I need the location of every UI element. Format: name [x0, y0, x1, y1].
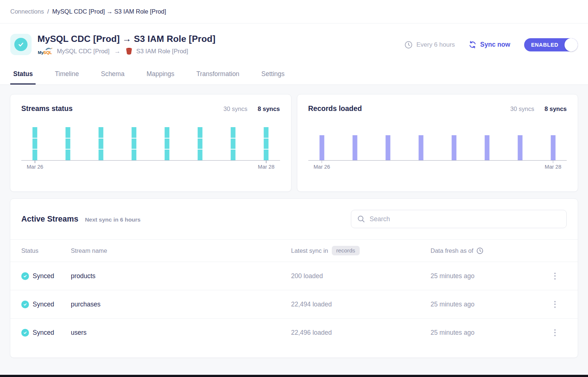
active-streams-card: Active Streams Next sync in 6 hours Stat… [10, 198, 578, 358]
clock-icon [476, 247, 483, 254]
filter-30-syncs[interactable]: 30 syncs [224, 105, 247, 112]
connection-status-page: Connections / MySQL CDC [Prod] → S3 IAM … [0, 0, 588, 377]
axis-tick-label: Mar 26 [27, 164, 43, 170]
sync-bar[interactable] [484, 135, 489, 160]
sync-bar[interactable] [132, 127, 137, 160]
next-sync-label: Next sync in 6 hours [85, 216, 141, 223]
axis-tick [35, 160, 36, 163]
filter-30-syncs[interactable]: 30 syncs [510, 105, 534, 112]
col-status: Status [21, 247, 71, 254]
sync-bar[interactable] [99, 127, 104, 160]
streams-status-chart: Mar 26Mar 28 [21, 122, 280, 161]
stream-records-loaded: 200 loaded [291, 272, 431, 280]
page-top-section: Connections / MySQL CDC [Prod] → S3 IAM … [0, 0, 588, 85]
streams-table-body: Synced products 200 loaded 25 minutes ag… [10, 262, 578, 347]
connection-identity: MySQL CDC [Prod] → S3 IAM Role [Prod] My… [10, 34, 215, 55]
stream-row[interactable]: Synced products 200 loaded 25 minutes ag… [10, 262, 578, 290]
streams-table-header: Status Stream name Latest sync in record… [10, 239, 578, 262]
tab-timeline[interactable]: Timeline [52, 67, 81, 85]
check-circle-icon [14, 38, 28, 51]
enabled-toggle-label: ENABLED [531, 42, 558, 48]
tab-status[interactable]: Status [10, 67, 36, 85]
schedule-label: Every 6 hours [416, 41, 455, 49]
active-streams-title: Active Streams [21, 215, 78, 224]
synced-check-icon [21, 272, 29, 280]
streams-table: Status Stream name Latest sync in record… [10, 239, 578, 347]
connection-titles: MySQL CDC [Prod] → S3 IAM Role [Prod] My… [37, 34, 215, 55]
sync-bar[interactable] [352, 135, 357, 160]
breadcrumb-current: MySQL CDC [Prod] → S3 IAM Role [Prod] [52, 8, 166, 15]
streams-status-title: Streams status [21, 104, 73, 113]
sync-bar[interactable] [198, 127, 203, 160]
col-data-fresh: Data fresh as of [431, 247, 473, 254]
connection-controls: Every 6 hours Sync now ENABLED [404, 38, 578, 51]
sync-bar[interactable] [33, 127, 37, 160]
filter-8-syncs[interactable]: 8 syncs [544, 105, 567, 112]
col-latest-sync: Latest sync in [291, 247, 328, 254]
search-icon [357, 215, 365, 223]
stream-status: Synced [33, 272, 54, 280]
stream-row[interactable]: Synced users 22,496 loaded 25 minutes ag… [10, 318, 578, 347]
sync-bar[interactable] [264, 127, 269, 160]
sync-bar[interactable] [551, 135, 555, 160]
search-input[interactable] [370, 215, 560, 223]
stream-status: Synced [33, 329, 54, 337]
axis-tick [266, 160, 266, 163]
sync-now-button[interactable]: Sync now [469, 41, 510, 49]
sync-bar[interactable] [518, 135, 522, 160]
sync-bar[interactable] [231, 127, 236, 160]
filter-8-syncs[interactable]: 8 syncs [258, 105, 280, 112]
sync-bar[interactable] [66, 127, 70, 160]
tab-schema[interactable]: Schema [98, 67, 127, 85]
row-menu-button[interactable] [550, 270, 560, 282]
tab-settings[interactable]: Settings [258, 67, 287, 85]
streams-status-card: Streams status 30 syncs 8 syncs Mar 26Ma… [10, 94, 291, 192]
stream-records-loaded: 22,496 loaded [291, 329, 431, 337]
records-loaded-title: Records loaded [308, 104, 362, 113]
stream-records-loaded: 22,494 loaded [291, 301, 431, 308]
axis-tick [322, 160, 322, 163]
enabled-toggle[interactable]: ENABLED [524, 38, 578, 51]
s3-bucket-icon [125, 47, 133, 55]
tab-mappings[interactable]: Mappings [144, 67, 177, 85]
row-menu-button[interactable] [550, 326, 560, 339]
svg-text:SQL: SQL [43, 50, 52, 55]
sync-bar[interactable] [319, 135, 324, 160]
records-loaded-card: Records loaded 30 syncs 8 syncs Mar 26Ma… [297, 94, 578, 192]
row-menu-button[interactable] [550, 298, 560, 310]
sync-now-label: Sync now [480, 41, 510, 49]
sync-schedule: Every 6 hours [404, 41, 455, 49]
sync-bar[interactable] [418, 135, 423, 160]
connection-header: MySQL CDC [Prod] → S3 IAM Role [Prod] My… [0, 24, 588, 64]
refresh-icon [469, 41, 476, 49]
source-name: MySQL CDC [Prod] [57, 48, 109, 55]
breadcrumb-separator: / [47, 8, 49, 15]
destination-name: S3 IAM Role [Prod] [136, 48, 188, 55]
stream-data-fresh: 25 minutes ago [431, 272, 550, 280]
stream-data-fresh: 25 minutes ago [431, 329, 550, 337]
sync-bar[interactable] [165, 127, 170, 160]
page-title: MySQL CDC [Prod] → S3 IAM Role [Prod] [37, 34, 215, 44]
bottom-edge-strip [0, 375, 588, 377]
synced-check-icon [21, 301, 29, 308]
tab-transformation[interactable]: Transformation [193, 67, 242, 85]
synced-check-icon [21, 329, 29, 337]
stream-name: products [71, 272, 291, 280]
breadcrumb: Connections / MySQL CDC [Prod] → S3 IAM … [0, 0, 588, 24]
stream-search [351, 210, 567, 228]
connection-subtitle: My SQL MySQL CDC [Prod] → [37, 47, 215, 55]
axis-tick-label: Mar 26 [313, 164, 330, 170]
stream-status: Synced [33, 301, 54, 308]
records-unit-chip[interactable]: records [332, 246, 360, 255]
toggle-knob[interactable] [565, 38, 578, 51]
breadcrumb-connections-link[interactable]: Connections [10, 8, 44, 15]
axis-tick [553, 160, 553, 163]
sync-bar[interactable] [385, 135, 390, 160]
stream-row[interactable]: Synced purchases 22,494 loaded 25 minute… [10, 290, 578, 318]
axis-tick-label: Mar 28 [258, 164, 275, 170]
charts-row: Streams status 30 syncs 8 syncs Mar 26Ma… [10, 94, 578, 192]
arrow-icon: → [114, 48, 120, 55]
axis-tick-label: Mar 28 [545, 164, 561, 170]
sync-bar[interactable] [451, 135, 456, 160]
stream-name: users [71, 329, 291, 337]
